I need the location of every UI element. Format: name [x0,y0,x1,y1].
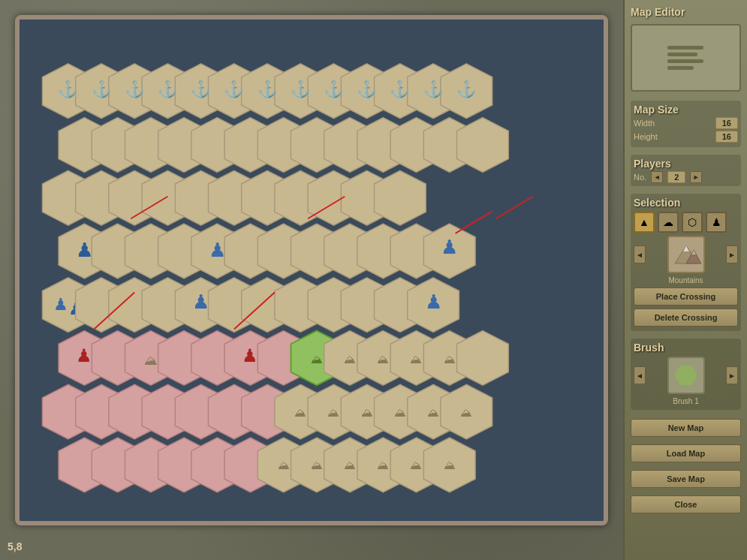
preview-line-4 [667,66,694,70]
no-label: No. [634,173,646,182]
players-count: 2 [667,171,685,183]
svg-text:⚓: ⚓ [258,79,278,99]
height-row: Height 16 [634,131,738,143]
svg-text:⚓: ⚓ [456,79,477,99]
svg-text:⚓: ⚓ [291,79,311,99]
load-map-button[interactable]: Load Map [631,444,741,462]
svg-text:♟: ♟ [53,295,68,314]
map-area: ⚓ ⚓ ⚓ ⚓ ⚓ ⚓ ⚓ ⚓ ⚓ ⚓ ⚓ ⚓ ⚓ [0,0,623,560]
mountain-preview-svg [671,242,701,266]
brush-hex [675,366,697,385]
svg-text:⛰: ⛰ [460,406,472,419]
preview-line-3 [667,59,703,63]
svg-text:⛰: ⛰ [394,406,406,419]
svg-text:⛰: ⛰ [311,353,323,366]
width-value: 16 [715,117,738,129]
selection-title: Selection [634,197,738,209]
svg-text:⛰: ⛰ [444,459,456,471]
panel-title: Map Editor [631,6,741,18]
svg-text:♟: ♟ [242,346,258,366]
terrain-label: Mountains [634,276,738,285]
svg-text:⛰: ⛰ [327,406,339,419]
place-crossing-button[interactable]: Place Crossing [634,288,738,306]
svg-text:⛰: ⛰ [410,353,422,366]
hex-map-svg[interactable]: ⚓ ⚓ ⚓ ⚓ ⚓ ⚓ ⚓ ⚓ ⚓ ⚓ ⚓ ⚓ ⚓ [20,20,604,521]
svg-text:⛰: ⛰ [144,353,158,368]
terrain-left-arrow[interactable]: ◄ [634,245,646,263]
brush-selector: ◄ ► [634,357,738,394]
map-coordinates: 5,8 [8,540,22,552]
svg-text:⛰: ⛰ [427,406,439,419]
map-inner: ⚓ ⚓ ⚓ ⚓ ⚓ ⚓ ⚓ ⚓ ⚓ ⚓ ⚓ ⚓ ⚓ [20,20,604,521]
players-right-arrow[interactable]: ► [690,171,702,183]
players-left-arrow[interactable]: ◄ [651,171,663,183]
svg-text:♟: ♟ [425,291,442,312]
svg-text:⚓: ⚓ [324,79,344,99]
map-size-title: Map Size [634,104,738,116]
svg-text:♟: ♟ [76,346,92,366]
players-row: No. ◄ 2 ► [634,171,738,183]
svg-text:♟: ♟ [209,239,226,260]
svg-text:⛰: ⛰ [278,459,290,471]
brush-sub-label: Brush 1 [634,397,738,405]
map-frame: ⚓ ⚓ ⚓ ⚓ ⚓ ⚓ ⚓ ⚓ ⚓ ⚓ ⚓ ⚓ ⚓ [15,15,608,525]
players-section: Players No. ◄ 2 ► [631,155,741,186]
map-size-section: Map Size Width 16 Height 16 [631,101,741,147]
svg-text:⚓: ⚓ [125,79,145,99]
svg-text:⚓: ⚓ [390,79,410,99]
svg-text:⛰: ⛰ [344,353,356,366]
svg-text:⛰: ⛰ [377,459,389,471]
selection-icons: ▲ ☁ ⬡ ♟ [634,212,738,233]
svg-text:♟: ♟ [192,291,209,312]
width-label: Width [634,119,655,128]
height-value: 16 [715,131,738,143]
svg-text:⚓: ⚓ [423,79,444,99]
svg-text:⛰: ⛰ [344,459,356,471]
height-label: Height [634,132,658,141]
svg-text:⚓: ⚓ [224,79,244,99]
svg-text:⛰: ⛰ [444,353,456,366]
svg-text:♟: ♟ [441,236,458,257]
selection-section: Selection ▲ ☁ ⬡ ♟ ◄ ► Mountains Place Cr… [631,194,741,331]
svg-text:⚓: ⚓ [191,79,211,99]
width-row: Width 16 [634,117,738,129]
preview-lines [667,43,705,73]
sel-cloud-icon[interactable]: ☁ [658,212,679,233]
svg-text:⛰: ⛰ [410,459,422,471]
brush-section: Brush ◄ ► Brush 1 [631,339,741,410]
brush-left-arrow[interactable]: ◄ [634,366,646,384]
brush-title: Brush [634,342,738,354]
preview-line-1 [667,46,703,50]
terrain-right-arrow[interactable]: ► [726,245,738,263]
svg-text:♟: ♟ [76,239,93,260]
terrain-preview [667,236,705,273]
svg-text:⚓: ⚓ [92,79,112,99]
brush-right-arrow[interactable]: ► [726,366,738,384]
right-panel: Map Editor Map Size Width 16 Height 16 P… [623,0,747,560]
preview-line-2 [667,53,697,56]
close-button[interactable]: Close [631,495,741,513]
players-title: Players [634,158,738,170]
map-preview [631,24,741,92]
terrain-selector: ◄ ► [634,236,738,273]
new-map-button[interactable]: New Map [631,419,741,437]
delete-crossing-button[interactable]: Delete Crossing [634,309,738,327]
sel-hex-icon[interactable]: ⬡ [682,212,703,233]
brush-preview [667,357,705,394]
svg-text:⚓: ⚓ [158,79,178,99]
svg-text:⛰: ⛰ [311,459,323,471]
sel-figure-icon[interactable]: ♟ [706,212,727,233]
save-map-button[interactable]: Save Map [631,470,741,488]
sel-terrain-icon[interactable]: ▲ [634,212,655,233]
svg-text:⛰: ⛰ [377,353,389,366]
svg-text:⚓: ⚓ [357,79,377,99]
svg-text:⚓: ⚓ [58,79,78,99]
svg-text:⛰: ⛰ [294,406,306,419]
svg-text:⛰: ⛰ [361,406,373,419]
